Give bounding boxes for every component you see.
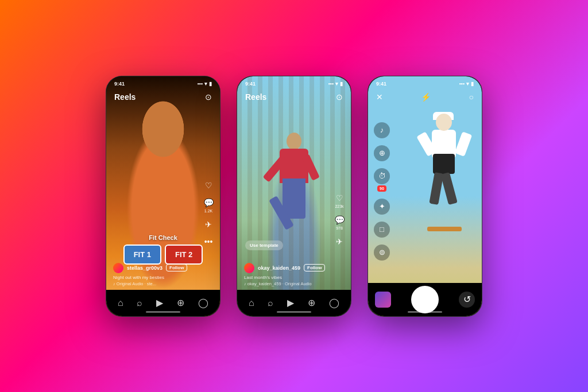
nav2-shop-icon[interactable]: ⊕ [308,297,315,308]
lightning-icon[interactable]: ⚡ [421,92,431,102]
phone2-right-icons: ♡ 223k 💬 978 ✈ [334,192,345,247]
signal-icon: ▪▪▪ [197,81,203,87]
speed-badge: 90 [377,185,386,192]
phone3-left-tools: ♪ ⊕ ⏱ 90 ✦ □ ⊚ [374,122,390,261]
phone2-follow-button[interactable]: Follow [304,264,325,271]
nav-reels-icon[interactable]: ▶ [156,297,163,308]
speed-tool[interactable]: ⏱ 90 [374,168,390,192]
phone2-user-row: okay_kaiden_459 Follow [244,263,344,273]
phone2-header: Reels ⊙ [237,89,351,105]
phone1-caption: Night out with my besties [113,275,213,280]
comment-count: 1.2K [204,209,212,213]
timer-tool[interactable]: ⊚ [374,244,390,261]
phone-2: 9:41 ▪▪▪ ▾ ▮ Reels ⊙ ♡ 223k 💬 978 ✈ [237,76,351,317]
speed-icon: ⏱ [374,168,390,184]
phone1-home-indicator [146,311,180,313]
phone2-username: okay_kaiden_459 [258,265,300,271]
phone1-username: stellas_gr00v3 [127,265,163,271]
nav-profile-icon[interactable]: ◯ [198,297,208,308]
wifi-icon: ▾ [204,81,207,87]
fit-check-label: Fit Check [149,234,177,241]
phone1-avatar [113,263,123,273]
camera-icon[interactable]: ⊙ [205,92,212,102]
phone2-person [271,133,317,259]
signal-icon-3: ▪▪▪ [459,81,465,87]
comment-count-2: 978 [336,226,343,230]
share-button[interactable]: ✈ [203,219,214,230]
battery-icon: ▮ [340,81,343,87]
use-template-button[interactable]: Use template [245,240,283,250]
phone1-status-bar: 9:41 ▪▪▪ ▾ ▮ [106,76,220,89]
phone2-title: Reels [245,92,266,102]
skateboarder [416,111,473,237]
gallery-thumbnail[interactable] [375,292,391,308]
comment-button-2[interactable]: 💬 978 [334,214,345,230]
phone3-status-icons: ▪▪▪ ▾ ▮ [459,81,474,87]
nav-home-icon[interactable]: ⌂ [118,298,123,308]
phone1-user-row: stellas_gr00v3 Follow [113,263,213,273]
heart-icon-2: ♡ [334,192,345,204]
like-button-2[interactable]: ♡ 223k [334,192,345,208]
close-button[interactable]: ✕ [376,92,383,102]
fit2-button[interactable]: FIT 2 [165,244,203,265]
ar-tool[interactable]: □ [374,222,390,238]
phone2-bottom: okay_kaiden_459 Follow Last month's vibe… [237,263,351,286]
phone-1: 9:41 ▪▪▪ ▾ ▮ Reels ⊙ ♡ 💬 1.2K ✈ [106,76,220,317]
phone1-title: Reels [114,92,136,102]
share-icon: ✈ [203,219,214,230]
flip-camera-button[interactable]: ↺ [459,292,475,308]
battery-icon: ▮ [209,81,212,87]
comment-icon: 💬 [203,197,214,208]
nav2-profile-icon[interactable]: ◯ [329,297,339,308]
phone2-avatar [244,263,254,273]
effects-tool[interactable]: ⊕ [374,145,390,161]
comment-button[interactable]: 💬 1.2K [203,197,214,213]
nav-shop-icon[interactable]: ⊕ [177,297,184,308]
skater-arm-right [455,131,473,157]
capture-button[interactable] [411,286,439,313]
share-button-2[interactable]: ✈ [334,236,345,247]
heart-icon: ♡ [203,180,214,191]
fit1-button[interactable]: FIT 1 [123,244,161,265]
fit-buttons: FIT 1 FIT 2 [123,244,203,265]
nav2-reels-icon[interactable]: ▶ [287,297,294,308]
phone-3: 9:41 ▪▪▪ ▾ ▮ ✕ ⚡ ○ ♪ ⊕ ⏱ 90 ✦ □ ⊚ [368,76,482,317]
phone2-home-indicator [277,311,311,313]
phone1-time: 9:41 [114,81,125,87]
like-button[interactable]: ♡ [203,180,214,191]
fit-check-overlay: Fit Check FIT 1 FIT 2 [106,234,220,265]
person2-jacket [280,149,308,183]
phone2-audio: ♪ okay_kaiden_459 · Original Audio [244,281,344,286]
phone1-bottom: stellas_gr00v3 Follow Night out with my … [106,263,220,286]
skateboard [427,227,462,231]
phone1-audio: ♪ Original Audio · ste... [113,281,213,286]
phone1-header: Reels ⊙ [106,89,220,105]
nav-search-icon[interactable]: ⌕ [137,298,142,308]
phone3-top-bar: ✕ ⚡ ○ [368,89,482,105]
like-count-2: 223k [335,204,343,208]
phone1-follow-button[interactable]: Follow [166,264,187,271]
wifi-icon-3: ▾ [466,81,469,87]
skater-leg-right [440,172,458,204]
layout-tool[interactable]: ✦ [374,199,390,215]
phone1-status-icons: ▪▪▪ ▾ ▮ [197,81,212,87]
phone3-status-bar: 9:41 ▪▪▪ ▾ ▮ [368,76,482,89]
nav2-search-icon[interactable]: ⌕ [268,298,273,308]
settings-icon[interactable]: ○ [469,92,474,102]
camera-icon-2[interactable]: ⊙ [336,92,343,102]
share-icon-2: ✈ [334,236,345,247]
comment-icon-2: 💬 [334,214,345,226]
person2-head [287,133,301,150]
battery-icon-3: ▮ [471,81,474,87]
skater-head [436,114,452,131]
phone3-time: 9:41 [376,81,386,87]
wifi-icon: ▾ [335,81,338,87]
nav2-home-icon[interactable]: ⌂ [249,298,254,308]
phone2-time: 9:41 [245,81,256,87]
phone2-status-icons: ▪▪▪ ▾ ▮ [328,81,343,87]
phone3-home-indicator [408,311,442,313]
phone2-status-bar: 9:41 ▪▪▪ ▾ ▮ [237,76,351,89]
skater-shorts [433,154,455,174]
flip-icon: ↺ [463,294,471,305]
music-tool[interactable]: ♪ [374,122,390,138]
